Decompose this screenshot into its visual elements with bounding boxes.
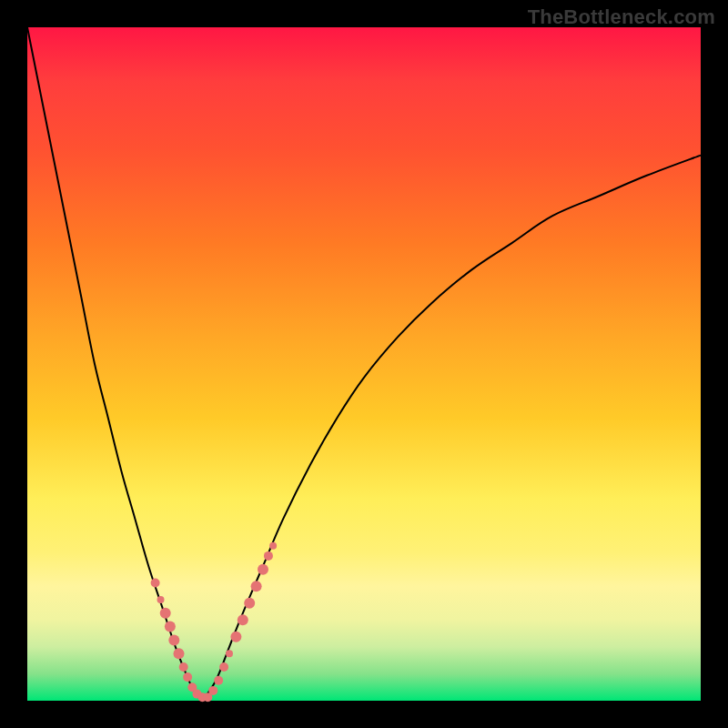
anomaly-marker [160,608,171,619]
anomaly-marker [208,686,217,695]
anomaly-marker [219,662,228,672]
anomaly-marker [226,650,233,657]
anomaly-marker [238,614,248,625]
anomaly-marker [214,676,223,685]
plot-area [27,27,701,701]
curve-layer [27,27,701,701]
watermark-text: TheBottleneck.com [528,5,715,29]
anomaly-marker [165,622,176,632]
anomaly-marker [174,648,185,659]
anomaly-markers [151,542,278,703]
anomaly-marker [179,662,188,672]
anomaly-marker [151,579,160,588]
anomaly-marker [183,672,192,682]
anomaly-marker [244,598,255,609]
left-curve [27,27,202,701]
chart-frame: TheBottleneck.com [0,0,728,728]
anomaly-marker [168,634,179,645]
anomaly-marker [230,632,241,642]
anomaly-marker [251,581,262,592]
anomaly-marker [264,551,273,561]
right-curve [202,156,701,701]
anomaly-marker [157,596,165,603]
anomaly-marker [269,542,277,550]
anomaly-marker [258,564,268,575]
